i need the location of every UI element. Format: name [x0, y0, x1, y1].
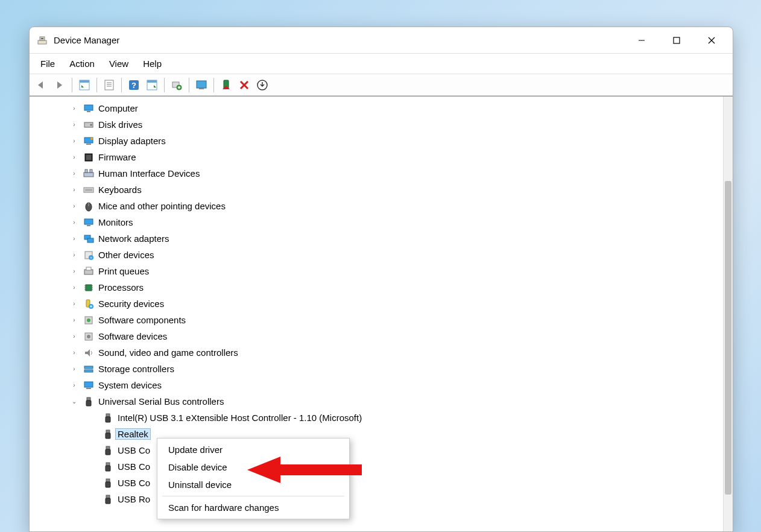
tree-item-label: Monitors [98, 217, 133, 227]
tree-item[interactable]: ›Mice and other pointing devices [30, 198, 733, 214]
chevron-right-icon[interactable]: › [69, 201, 79, 211]
chevron-right-icon[interactable]: › [69, 185, 79, 195]
tree-item[interactable]: USB Co [30, 442, 733, 458]
chevron-down-icon[interactable]: ⌄ [69, 397, 79, 407]
enable-device-button[interactable] [218, 77, 235, 93]
tree-item[interactable]: USB Co [30, 475, 733, 491]
chevron-right-icon[interactable]: › [69, 169, 79, 179]
svg-rect-76 [106, 463, 110, 466]
tree-item[interactable]: ›Keyboards [30, 182, 733, 198]
svg-rect-36 [90, 169, 92, 173]
chevron-right-icon[interactable]: › [69, 120, 79, 130]
tree-item[interactable]: USB Ro [30, 491, 733, 507]
toolbar-separator [96, 78, 97, 92]
chevron-right-icon[interactable]: › [69, 283, 79, 293]
tree-item[interactable]: ›Network adapters [30, 230, 733, 247]
menu-view[interactable]: View [103, 56, 134, 71]
tree-item[interactable]: ›Print queues [30, 263, 733, 279]
tree-item[interactable]: ›Storage controllers [30, 361, 733, 377]
scroll-thumb[interactable] [725, 181, 731, 495]
tree-item[interactable]: ›Human Interface Devices [30, 165, 733, 182]
device-manager-app-icon [37, 35, 48, 46]
context-menu-item[interactable]: Update driver [157, 441, 349, 458]
tree-item[interactable]: ›Software components [30, 312, 733, 328]
svg-rect-77 [106, 466, 110, 471]
disable-device-button[interactable] [236, 77, 253, 93]
tree-item[interactable]: ›Processors [30, 279, 733, 296]
keyboard-icon [83, 184, 95, 196]
tree-item[interactable]: ›Sound, video and game controllers [30, 344, 733, 361]
window-controls [624, 28, 729, 52]
tree-item[interactable]: ›Display adapters [30, 133, 733, 149]
svg-rect-34 [84, 173, 93, 177]
svg-rect-42 [84, 219, 93, 224]
chevron-right-icon[interactable]: › [69, 348, 79, 358]
disk-icon [83, 119, 95, 131]
usb-icon [102, 445, 114, 457]
svg-rect-33 [86, 155, 91, 160]
chevron-right-icon[interactable]: › [69, 250, 79, 260]
maximize-button[interactable] [659, 28, 694, 52]
device-tree[interactable]: ›Computer›Disk drives›Display adapters›F… [30, 97, 733, 531]
chevron-right-icon[interactable]: › [69, 234, 79, 244]
device-manager-window: Device Manager File Action View Help [29, 27, 733, 532]
back-button[interactable] [33, 77, 50, 93]
tree-item-label: Other devices [98, 250, 154, 260]
menu-action[interactable]: Action [63, 56, 101, 71]
menu-file[interactable]: File [34, 56, 61, 71]
tree-item[interactable]: ⌄Universal Serial Bus controllers [30, 393, 733, 410]
chevron-right-icon[interactable]: › [69, 364, 79, 374]
show-hide-console-tree-button[interactable] [76, 77, 93, 93]
tree-item-label: Human Interface Devices [98, 168, 200, 179]
scan-hardware-button[interactable] [168, 77, 185, 93]
update-driver-button[interactable] [193, 77, 210, 93]
tree-item[interactable]: USB Co [30, 458, 733, 475]
close-button[interactable] [694, 28, 729, 52]
minimize-button[interactable] [624, 28, 659, 52]
chevron-right-icon[interactable]: › [69, 218, 79, 227]
hid-icon [83, 168, 95, 180]
tree-item[interactable]: ›Firmware [30, 149, 733, 165]
menu-help[interactable]: Help [137, 56, 168, 71]
tree-item[interactable]: ›Computer [30, 100, 733, 116]
processor-icon [83, 282, 95, 294]
tree-item[interactable]: ›System devices [30, 377, 733, 393]
context-menu-item[interactable]: Scan for hardware changes [157, 499, 349, 516]
tree-item[interactable]: ›?Other devices [30, 247, 733, 263]
chevron-right-icon[interactable]: › [69, 381, 79, 390]
chevron-right-icon[interactable]: › [69, 332, 79, 341]
properties-button[interactable] [101, 77, 118, 93]
tree-item-label: Security devices [98, 299, 164, 309]
svg-rect-51 [86, 285, 92, 291]
action-menu-button[interactable] [144, 77, 160, 93]
tree-item[interactable]: Realtek [30, 426, 733, 442]
security-icon [83, 298, 95, 310]
computer-icon [83, 103, 95, 115]
svg-rect-68 [87, 397, 90, 401]
toolbar: ? [30, 74, 733, 96]
context-menu-item[interactable]: Uninstall device [157, 476, 349, 493]
spacer [89, 429, 98, 439]
spacer [89, 462, 98, 472]
chevron-right-icon[interactable]: › [69, 153, 79, 162]
chevron-right-icon[interactable]: › [69, 315, 79, 325]
tree-item[interactable]: ›Security devices [30, 296, 733, 312]
tree-item[interactable]: Intel(R) USB 3.1 eXtensible Host Control… [30, 410, 733, 426]
tree-item-label: USB Co [118, 445, 150, 455]
uninstall-device-button[interactable] [254, 77, 271, 93]
tree-panel: ›Computer›Disk drives›Display adapters›F… [30, 96, 733, 531]
forward-button[interactable] [51, 77, 68, 93]
svg-rect-65 [84, 370, 93, 372]
context-menu-item[interactable]: Disable device [157, 458, 349, 476]
svg-rect-79 [106, 482, 110, 487]
tree-item[interactable]: ›Monitors [30, 214, 733, 230]
chevron-right-icon[interactable]: › [69, 136, 79, 146]
chevron-right-icon[interactable]: › [69, 267, 79, 276]
chevron-right-icon[interactable]: › [69, 299, 79, 309]
tree-item[interactable]: ›Disk drives [30, 116, 733, 133]
vertical-scrollbar[interactable] [723, 97, 733, 531]
help-button[interactable]: ? [125, 77, 142, 93]
svg-rect-72 [106, 430, 110, 433]
tree-item[interactable]: ›Software devices [30, 328, 733, 344]
chevron-right-icon[interactable]: › [69, 104, 79, 113]
